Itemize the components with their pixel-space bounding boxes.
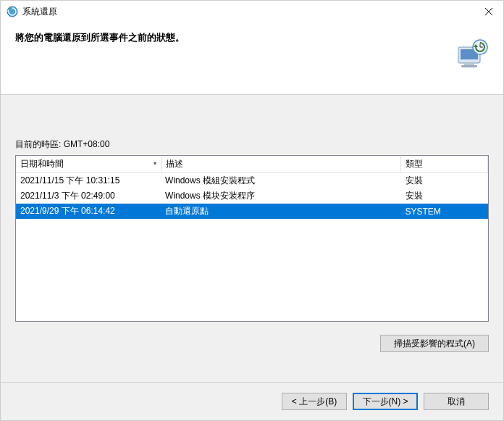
table-row-empty [16,245,488,258]
column-header-description-label: 描述 [166,159,183,169]
cell-description: 自動還原點 [161,204,401,219]
system-restore-window: 系統還原 將您的電腦還原到所選事件之前的狀態。 目前的時區: [0,0,504,421]
column-header-type[interactable]: 類型 [401,156,488,173]
table-row-empty [16,232,488,245]
svg-rect-6 [464,63,474,65]
system-restore-icon [7,6,18,17]
back-button[interactable]: < 上一步(B) [282,393,347,410]
table-row-empty [16,284,488,297]
cell-type: SYSTEM [401,204,488,219]
restore-points-table: 日期和時間 ▾ 描述 類型 2021/11/15 下午 10:31:15Wind… [15,155,489,322]
cancel-button[interactable]: 取消 [424,393,489,410]
header-description: 將您的電腦還原到所選事件之前的狀態。 [15,31,489,44]
scan-button-row: 掃描受影響的程式(A) [15,335,489,352]
table-row[interactable]: 2021/11/15 下午 10:31:15Windows 模組安裝程式安裝 [16,173,488,189]
next-button[interactable]: 下一步(N) > [353,393,418,410]
column-header-date-label: 日期和時間 [20,159,64,169]
table-row[interactable]: 2021/11/3 下午 02:49:00Windows 模块安装程序安裝 [16,188,488,204]
table-row-empty [16,271,488,284]
cell-date: 2021/11/15 下午 10:31:15 [16,173,161,189]
main-content: 目前的時區: GMT+08:00 日期和時間 ▾ 描述 [1,95,503,382]
table-row-empty [16,297,488,310]
wizard-footer: < 上一步(B) 下一步(N) > 取消 [1,382,503,420]
cell-date: 2021/9/29 下午 06:14:42 [16,204,161,219]
scan-affected-programs-button[interactable]: 掃描受影響的程式(A) [380,335,489,352]
header-area: 將您的電腦還原到所選事件之前的狀態。 [1,22,503,95]
table-row-empty [16,219,488,232]
column-header-date[interactable]: 日期和時間 ▾ [16,156,161,173]
table-row-empty [16,258,488,271]
cell-description: Windows 模組安裝程式 [161,173,401,189]
close-button[interactable] [474,1,503,22]
column-header-type-label: 類型 [406,159,423,169]
table-row[interactable]: 2021/9/29 下午 06:14:42自動還原點SYSTEM [16,204,488,219]
cell-date: 2021/11/3 下午 02:49:00 [16,188,161,204]
restore-computer-icon [454,37,489,72]
sort-desc-icon: ▾ [154,160,156,167]
cell-description: Windows 模块安装程序 [161,188,401,204]
column-header-description[interactable]: 描述 [161,156,401,173]
titlebar: 系統還原 [1,1,503,22]
window-title: 系統還原 [22,6,474,18]
svg-rect-7 [461,65,477,67]
table-row-empty [16,310,488,322]
cell-type: 安裝 [401,188,488,204]
timezone-label: 目前的時區: GMT+08:00 [15,138,489,151]
cell-type: 安裝 [401,173,488,189]
